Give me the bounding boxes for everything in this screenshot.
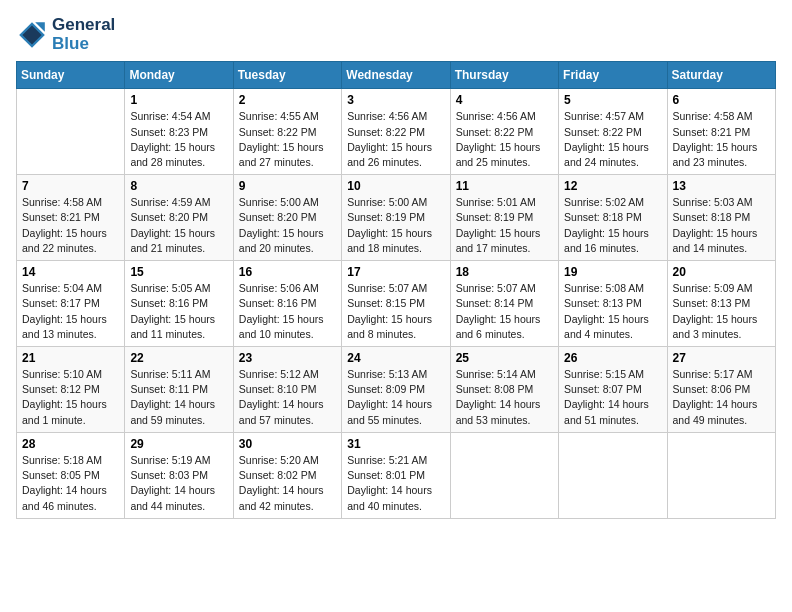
day-info: Sunrise: 5:05 AMSunset: 8:16 PMDaylight:… (130, 281, 227, 342)
day-number: 21 (22, 351, 119, 365)
day-info: Sunrise: 4:56 AMSunset: 8:22 PMDaylight:… (347, 109, 444, 170)
day-info: Sunrise: 4:57 AMSunset: 8:22 PMDaylight:… (564, 109, 661, 170)
day-info: Sunrise: 5:21 AMSunset: 8:01 PMDaylight:… (347, 453, 444, 514)
calendar-cell: 21 Sunrise: 5:10 AMSunset: 8:12 PMDaylig… (17, 347, 125, 433)
calendar-cell: 27 Sunrise: 5:17 AMSunset: 8:06 PMDaylig… (667, 347, 775, 433)
day-number: 28 (22, 437, 119, 451)
calendar-cell: 23 Sunrise: 5:12 AMSunset: 8:10 PMDaylig… (233, 347, 341, 433)
day-number: 26 (564, 351, 661, 365)
day-info: Sunrise: 5:10 AMSunset: 8:12 PMDaylight:… (22, 367, 119, 428)
day-info: Sunrise: 5:13 AMSunset: 8:09 PMDaylight:… (347, 367, 444, 428)
calendar-cell: 15 Sunrise: 5:05 AMSunset: 8:16 PMDaylig… (125, 261, 233, 347)
day-info: Sunrise: 5:04 AMSunset: 8:17 PMDaylight:… (22, 281, 119, 342)
day-info: Sunrise: 5:12 AMSunset: 8:10 PMDaylight:… (239, 367, 336, 428)
day-info: Sunrise: 5:00 AMSunset: 8:20 PMDaylight:… (239, 195, 336, 256)
day-number: 30 (239, 437, 336, 451)
day-number: 31 (347, 437, 444, 451)
day-info: Sunrise: 5:15 AMSunset: 8:07 PMDaylight:… (564, 367, 661, 428)
day-info: Sunrise: 5:03 AMSunset: 8:18 PMDaylight:… (673, 195, 770, 256)
day-info: Sunrise: 4:55 AMSunset: 8:22 PMDaylight:… (239, 109, 336, 170)
day-number: 23 (239, 351, 336, 365)
day-info: Sunrise: 5:17 AMSunset: 8:06 PMDaylight:… (673, 367, 770, 428)
calendar-cell: 5 Sunrise: 4:57 AMSunset: 8:22 PMDayligh… (559, 89, 667, 175)
calendar-cell: 26 Sunrise: 5:15 AMSunset: 8:07 PMDaylig… (559, 347, 667, 433)
day-number: 7 (22, 179, 119, 193)
day-number: 8 (130, 179, 227, 193)
calendar-cell: 29 Sunrise: 5:19 AMSunset: 8:03 PMDaylig… (125, 432, 233, 518)
calendar-cell: 9 Sunrise: 5:00 AMSunset: 8:20 PMDayligh… (233, 175, 341, 261)
weekday-header: Tuesday (233, 62, 341, 89)
day-info: Sunrise: 4:56 AMSunset: 8:22 PMDaylight:… (456, 109, 553, 170)
day-info: Sunrise: 5:18 AMSunset: 8:05 PMDaylight:… (22, 453, 119, 514)
calendar-cell: 10 Sunrise: 5:00 AMSunset: 8:19 PMDaylig… (342, 175, 450, 261)
calendar-cell: 6 Sunrise: 4:58 AMSunset: 8:21 PMDayligh… (667, 89, 775, 175)
calendar-cell: 28 Sunrise: 5:18 AMSunset: 8:05 PMDaylig… (17, 432, 125, 518)
calendar-cell: 24 Sunrise: 5:13 AMSunset: 8:09 PMDaylig… (342, 347, 450, 433)
calendar-cell (17, 89, 125, 175)
day-number: 19 (564, 265, 661, 279)
weekday-header: Sunday (17, 62, 125, 89)
day-info: Sunrise: 5:01 AMSunset: 8:19 PMDaylight:… (456, 195, 553, 256)
day-number: 18 (456, 265, 553, 279)
day-number: 13 (673, 179, 770, 193)
day-number: 24 (347, 351, 444, 365)
day-number: 3 (347, 93, 444, 107)
calendar-cell (559, 432, 667, 518)
calendar-cell: 8 Sunrise: 4:59 AMSunset: 8:20 PMDayligh… (125, 175, 233, 261)
calendar-cell: 1 Sunrise: 4:54 AMSunset: 8:23 PMDayligh… (125, 89, 233, 175)
calendar-cell (667, 432, 775, 518)
calendar-cell (450, 432, 558, 518)
calendar-cell: 14 Sunrise: 5:04 AMSunset: 8:17 PMDaylig… (17, 261, 125, 347)
day-number: 15 (130, 265, 227, 279)
day-number: 4 (456, 93, 553, 107)
day-number: 25 (456, 351, 553, 365)
day-info: Sunrise: 5:07 AMSunset: 8:14 PMDaylight:… (456, 281, 553, 342)
day-number: 29 (130, 437, 227, 451)
day-number: 12 (564, 179, 661, 193)
weekday-header: Saturday (667, 62, 775, 89)
logo: General Blue (16, 16, 115, 53)
calendar-cell: 22 Sunrise: 5:11 AMSunset: 8:11 PMDaylig… (125, 347, 233, 433)
day-info: Sunrise: 5:07 AMSunset: 8:15 PMDaylight:… (347, 281, 444, 342)
day-info: Sunrise: 5:14 AMSunset: 8:08 PMDaylight:… (456, 367, 553, 428)
day-info: Sunrise: 5:02 AMSunset: 8:18 PMDaylight:… (564, 195, 661, 256)
day-number: 11 (456, 179, 553, 193)
page-header: General Blue (16, 16, 776, 53)
day-number: 10 (347, 179, 444, 193)
calendar-cell: 3 Sunrise: 4:56 AMSunset: 8:22 PMDayligh… (342, 89, 450, 175)
day-number: 2 (239, 93, 336, 107)
day-info: Sunrise: 5:19 AMSunset: 8:03 PMDaylight:… (130, 453, 227, 514)
calendar-cell: 16 Sunrise: 5:06 AMSunset: 8:16 PMDaylig… (233, 261, 341, 347)
day-number: 27 (673, 351, 770, 365)
day-number: 1 (130, 93, 227, 107)
calendar-cell: 31 Sunrise: 5:21 AMSunset: 8:01 PMDaylig… (342, 432, 450, 518)
day-number: 14 (22, 265, 119, 279)
calendar-cell: 2 Sunrise: 4:55 AMSunset: 8:22 PMDayligh… (233, 89, 341, 175)
calendar-cell: 18 Sunrise: 5:07 AMSunset: 8:14 PMDaylig… (450, 261, 558, 347)
calendar-cell: 7 Sunrise: 4:58 AMSunset: 8:21 PMDayligh… (17, 175, 125, 261)
day-number: 6 (673, 93, 770, 107)
day-info: Sunrise: 5:08 AMSunset: 8:13 PMDaylight:… (564, 281, 661, 342)
weekday-header: Friday (559, 62, 667, 89)
calendar-cell: 4 Sunrise: 4:56 AMSunset: 8:22 PMDayligh… (450, 89, 558, 175)
day-number: 22 (130, 351, 227, 365)
weekday-header: Thursday (450, 62, 558, 89)
calendar-cell: 25 Sunrise: 5:14 AMSunset: 8:08 PMDaylig… (450, 347, 558, 433)
day-info: Sunrise: 4:59 AMSunset: 8:20 PMDaylight:… (130, 195, 227, 256)
calendar-cell: 13 Sunrise: 5:03 AMSunset: 8:18 PMDaylig… (667, 175, 775, 261)
day-number: 5 (564, 93, 661, 107)
day-info: Sunrise: 4:58 AMSunset: 8:21 PMDaylight:… (673, 109, 770, 170)
day-number: 16 (239, 265, 336, 279)
calendar-cell: 30 Sunrise: 5:20 AMSunset: 8:02 PMDaylig… (233, 432, 341, 518)
logo-icon (16, 19, 48, 51)
day-info: Sunrise: 5:20 AMSunset: 8:02 PMDaylight:… (239, 453, 336, 514)
calendar-cell: 17 Sunrise: 5:07 AMSunset: 8:15 PMDaylig… (342, 261, 450, 347)
day-info: Sunrise: 5:09 AMSunset: 8:13 PMDaylight:… (673, 281, 770, 342)
day-number: 20 (673, 265, 770, 279)
calendar-cell: 11 Sunrise: 5:01 AMSunset: 8:19 PMDaylig… (450, 175, 558, 261)
day-info: Sunrise: 4:58 AMSunset: 8:21 PMDaylight:… (22, 195, 119, 256)
weekday-header: Monday (125, 62, 233, 89)
calendar-cell: 20 Sunrise: 5:09 AMSunset: 8:13 PMDaylig… (667, 261, 775, 347)
weekday-header: Wednesday (342, 62, 450, 89)
calendar-cell: 12 Sunrise: 5:02 AMSunset: 8:18 PMDaylig… (559, 175, 667, 261)
